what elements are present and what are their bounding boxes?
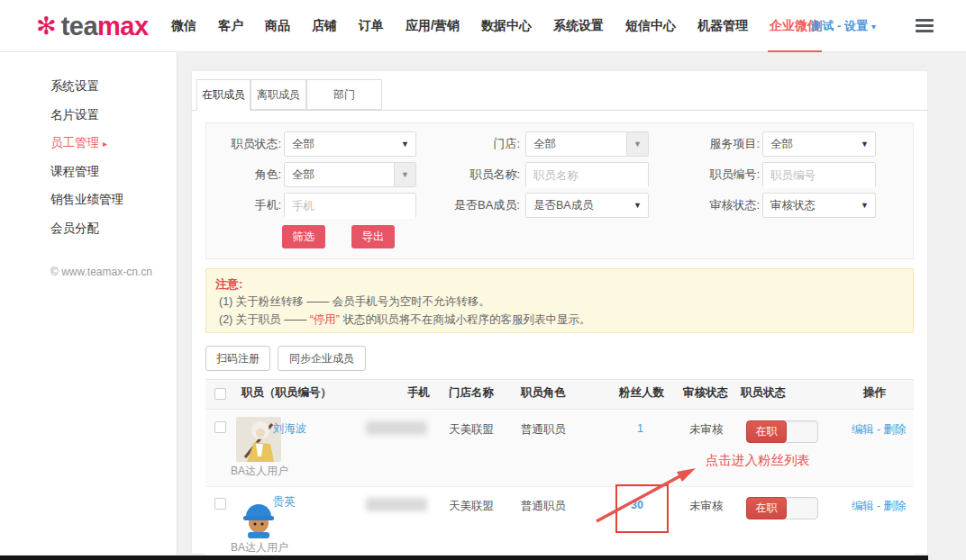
screen-edge xyxy=(0,555,928,560)
export-button[interactable]: 导出 xyxy=(351,225,395,248)
employee-status-select[interactable]: 全部▼ xyxy=(284,131,416,157)
chevron-down-icon: ▾ xyxy=(871,22,876,32)
user-menu-label: 测试 - 设置 xyxy=(810,19,868,32)
annotation-text: 点击进入粉丝列表 xyxy=(706,452,810,469)
filter-button[interactable]: 筛选 xyxy=(282,225,325,248)
row-actions: 编辑-删除 xyxy=(852,422,906,438)
highlight-box xyxy=(615,484,669,533)
nav-item-customer[interactable]: 客户 xyxy=(207,0,254,52)
nav-item-system-settings[interactable]: 系统设置 xyxy=(542,0,615,52)
nav-item-order[interactable]: 订单 xyxy=(348,0,395,52)
copyright: © www.teamax-cn.cn xyxy=(50,266,152,278)
employee-no-input[interactable] xyxy=(763,163,875,188)
notice-box: 注意: (1) 关于粉丝转移 —— 会员手机号为空时不允许转移。 (2) 关于职… xyxy=(205,268,914,333)
col-role: 职员角色 xyxy=(521,385,566,401)
col-employee-status: 职员状态 xyxy=(741,385,786,401)
scan-register-button[interactable]: 扫码注册 xyxy=(205,346,270,371)
store-cell: 天美联盟 xyxy=(449,499,494,514)
user-menu[interactable]: 测试 - 设置▾ xyxy=(810,0,876,53)
sidebar-item-member-allocation[interactable]: 会员分配 xyxy=(0,214,177,243)
nav-item-sms-center[interactable]: 短信中心 xyxy=(615,0,687,52)
sidebar-item-course-mgmt[interactable]: 课程管理 xyxy=(0,158,177,186)
nav-item-apps-marketing[interactable]: 应用/营销 xyxy=(395,0,470,52)
employee-no-label: 职员编号: xyxy=(672,162,760,187)
employee-name-field-wrap xyxy=(525,162,649,187)
arrow-right-icon: ▸ xyxy=(103,139,107,149)
service-item-select[interactable]: 全部▼ xyxy=(762,131,876,157)
store-label: 门店: xyxy=(431,131,520,157)
chevron-down-icon: ▼ xyxy=(633,194,642,217)
sidebar: 系统设置 名片设置 员工管理▸ 课程管理 销售业绩管理 会员分配 © www.t… xyxy=(0,52,178,555)
tab-active-members[interactable]: 在职成员 xyxy=(196,79,251,111)
row-checkbox[interactable] xyxy=(214,498,226,510)
employee-tag: BA达人用户 xyxy=(231,540,288,555)
employee-name-link[interactable]: 贵英 xyxy=(273,494,296,510)
nav-item-data-center[interactable]: 数据中心 xyxy=(470,0,542,52)
notice-title: 注意: xyxy=(215,276,242,293)
edit-link[interactable]: 编辑 xyxy=(852,423,874,436)
tab-former-members[interactable]: 离职成员 xyxy=(251,79,306,110)
mobile-field-wrap xyxy=(284,193,416,218)
chevron-down-icon: ▼ xyxy=(861,194,869,217)
role-cell: 普通职员 xyxy=(521,499,566,514)
delete-link[interactable]: 删除 xyxy=(883,423,906,436)
nav-item-wechat[interactable]: 微信 xyxy=(160,0,207,52)
employee-no-field-wrap xyxy=(762,162,876,187)
service-item-label: 服务项目: xyxy=(672,131,760,157)
flower-icon: ✻ xyxy=(36,14,57,39)
employee-status-toggle[interactable]: 在职 xyxy=(746,497,818,519)
brand-logo[interactable]: ✻ teamax xyxy=(36,10,149,42)
nav-item-product[interactable]: 商品 xyxy=(254,0,301,52)
audit-status-cell: 未审核 xyxy=(689,499,724,514)
employee-name-link[interactable]: 刘海波 xyxy=(273,421,307,437)
col-mobile: 手机 xyxy=(407,385,430,401)
col-fans-count: 粉丝人数 xyxy=(619,385,664,401)
col-employee: 职员（职员编号） xyxy=(242,385,332,401)
sidebar-item-employee-mgmt[interactable]: 员工管理▸ xyxy=(0,129,177,158)
notice-line-1: (1) 关于粉丝转移 —— 会员手机号为空时不允许转移。 xyxy=(219,294,490,310)
sidebar-item-card-settings[interactable]: 名片设置 xyxy=(0,101,177,130)
tab-departments[interactable]: 部门 xyxy=(306,79,382,110)
delete-link[interactable]: 删除 xyxy=(883,500,906,512)
store-select[interactable]: 全部▼ xyxy=(525,131,649,157)
tabbar-divider xyxy=(191,110,928,111)
top-nav: 微信 客户 商品 店铺 订单 应用/营销 数据中心 系统设置 短信中心 机器管理… xyxy=(160,0,831,52)
role-cell: 普通职员 xyxy=(521,422,566,438)
sidebar-item-sales-performance[interactable]: 销售业绩管理 xyxy=(0,185,177,214)
brand-name: teamax xyxy=(61,14,149,40)
row-checkbox[interactable] xyxy=(214,421,226,433)
col-actions: 操作 xyxy=(863,385,886,401)
audit-status-select[interactable]: 审核状态▼ xyxy=(762,193,876,218)
chevron-down-icon: ▼ xyxy=(626,132,648,156)
is-ba-label: 是否BA成员: xyxy=(431,193,520,218)
phone-masked xyxy=(366,498,427,511)
menu-icon[interactable] xyxy=(916,19,934,35)
role-label: 角色: xyxy=(200,162,281,187)
employee-name-input[interactable] xyxy=(526,163,648,188)
mobile-label: 手机: xyxy=(200,193,281,218)
employee-status-label: 职员状态: xyxy=(200,131,281,157)
fans-count-link[interactable]: 1 xyxy=(637,422,643,435)
chevron-down-icon: ▼ xyxy=(861,132,869,156)
edit-link[interactable]: 编辑 xyxy=(852,500,874,512)
chevron-down-icon: ▼ xyxy=(394,163,415,186)
sidebar-item-system-settings[interactable]: 系统设置 xyxy=(0,72,177,101)
is-ba-select[interactable]: 是否BA成员▼ xyxy=(525,193,649,218)
page: ✻ teamax 微信 客户 商品 店铺 订单 应用/营销 数据中心 系统设置 … xyxy=(0,0,966,560)
topbar: ✻ teamax 微信 客户 商品 店铺 订单 应用/营销 数据中心 系统设置 … xyxy=(0,0,966,52)
employee-status-toggle[interactable]: 在职 xyxy=(746,420,818,443)
employee-name-label: 职员名称: xyxy=(431,162,520,187)
mobile-input[interactable] xyxy=(285,194,415,219)
employee-tag: BA达人用户 xyxy=(231,464,288,479)
nav-item-robot-mgmt[interactable]: 机器管理 xyxy=(687,0,759,52)
select-all-checkbox[interactable] xyxy=(214,388,226,400)
chevron-down-icon: ▼ xyxy=(401,132,409,156)
store-cell: 天美联盟 xyxy=(449,422,494,438)
role-select[interactable]: 全部▼ xyxy=(284,162,416,187)
nav-item-store[interactable]: 店铺 xyxy=(301,0,348,52)
audit-status-label: 审核状态: xyxy=(672,193,760,218)
sync-enterprise-members-button[interactable]: 同步企业成员 xyxy=(278,346,366,371)
audit-status-cell: 未审核 xyxy=(689,422,724,438)
phone-masked xyxy=(366,421,427,435)
notice-line-2: (2) 关于职员 —— “停用” 状态的职员将不在商城小程序的客服列表中显示。 xyxy=(219,312,591,328)
